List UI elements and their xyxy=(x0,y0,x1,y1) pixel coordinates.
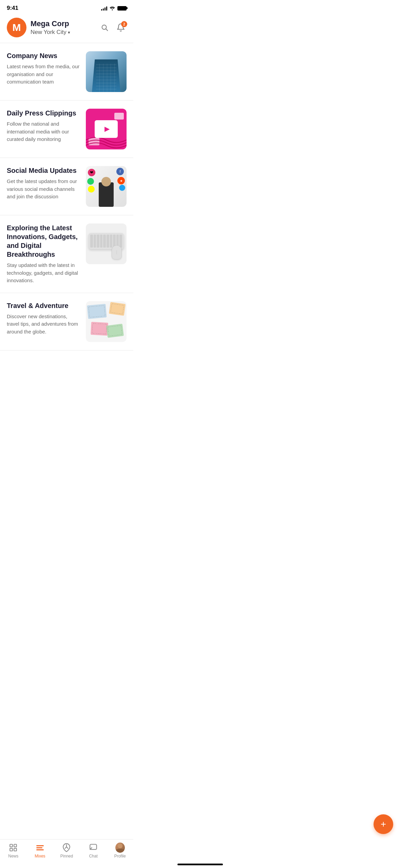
notification-button[interactable]: 2 xyxy=(115,22,127,33)
news-item-text: Company News Latest news from the media,… xyxy=(7,51,80,86)
battery-icon xyxy=(117,6,127,11)
company-logo[interactable]: M xyxy=(7,18,26,37)
status-time: 9:41 xyxy=(7,5,18,12)
news-item-innovations[interactable]: Exploring the Latest Innovations, Gadget… xyxy=(0,215,133,293)
wifi-icon xyxy=(109,6,115,11)
news-item-text: Daily Press Clippings Follow the nationa… xyxy=(7,109,80,143)
news-item-title: Daily Press Clippings xyxy=(7,109,80,117)
news-item-daily-press[interactable]: Daily Press Clippings Follow the nationa… xyxy=(0,101,133,158)
news-item-description: Stay updated with the latest in technolo… xyxy=(7,261,80,285)
header-text: Mega Corp New York City ▾ xyxy=(31,19,95,36)
news-item-travel[interactable]: Travel & Adventure Discover new destinat… xyxy=(0,293,133,350)
passport-stamp-3 xyxy=(91,322,108,336)
passport-stamp-2 xyxy=(109,302,126,316)
location-chevron-icon: ▾ xyxy=(68,30,70,35)
signal-icon xyxy=(101,6,107,11)
header-actions: 2 xyxy=(99,22,127,33)
news-item-social-media[interactable]: Social Media Updates Get the latest upda… xyxy=(0,158,133,215)
news-item-description: Follow the national and international me… xyxy=(7,120,80,143)
passport-stamp-1 xyxy=(87,304,107,319)
location-text: New York City xyxy=(31,29,66,36)
news-item-image-travel xyxy=(86,301,127,342)
news-item-text: Social Media Updates Get the latest upda… xyxy=(7,166,80,201)
notification-badge: 2 xyxy=(121,21,127,27)
news-item-image-social-media: ❤ f ★ xyxy=(86,166,127,207)
news-item-title: Social Media Updates xyxy=(7,166,80,175)
news-item-image-innovations xyxy=(86,223,127,264)
company-name: Mega Corp xyxy=(31,19,95,28)
location-row[interactable]: New York City ▾ xyxy=(31,29,95,36)
news-item-image-daily-press: ▶ xyxy=(86,109,127,149)
logo-letter: M xyxy=(13,22,21,33)
header: M Mega Corp New York City ▾ 2 xyxy=(0,14,133,43)
search-button[interactable] xyxy=(99,22,110,33)
news-item-description: Discover new destinations, travel tips, … xyxy=(7,313,80,336)
news-item-text: Exploring the Latest Innovations, Gadget… xyxy=(7,223,80,285)
news-item-title: Company News xyxy=(7,51,80,60)
status-icons xyxy=(101,6,127,11)
news-item-company-news[interactable]: Company News Latest news from the media,… xyxy=(0,43,133,101)
search-icon xyxy=(101,24,108,31)
news-item-image-company-news xyxy=(86,51,127,92)
news-item-description: Get the latest updates from our various … xyxy=(7,178,80,201)
status-bar: 9:41 xyxy=(0,0,133,14)
svg-line-1 xyxy=(106,29,108,31)
news-item-title: Travel & Adventure xyxy=(7,301,80,310)
news-item-title: Exploring the Latest Innovations, Gadget… xyxy=(7,223,80,259)
passport-stamp-4 xyxy=(106,324,124,338)
news-list: Company News Latest news from the media,… xyxy=(0,43,133,350)
news-item-text: Travel & Adventure Discover new destinat… xyxy=(7,301,80,336)
news-item-description: Latest news from the media, our organisa… xyxy=(7,63,80,86)
